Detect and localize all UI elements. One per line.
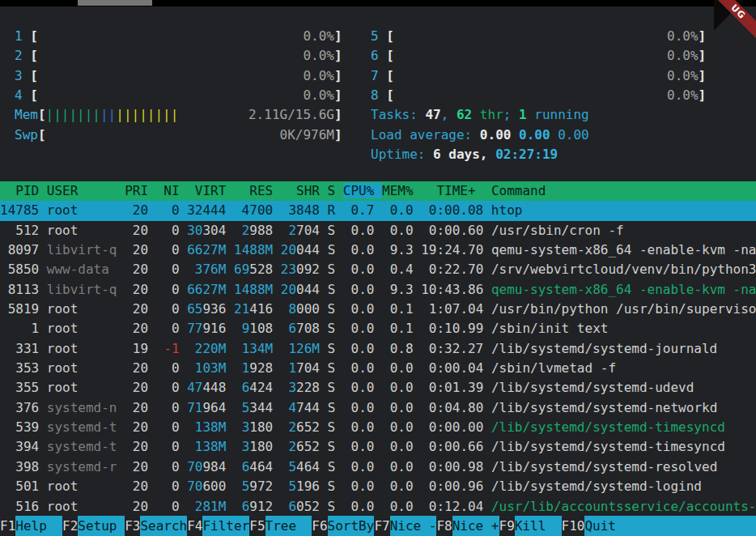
fkey-f2-setup[interactable]: F2Setup <box>62 516 125 536</box>
fkey-f9-kill[interactable]: F9Kill <box>499 516 562 536</box>
text-segment: 516 root 20 0 <box>0 499 195 514</box>
text-segment: /lib/systemd/systemd-timesyncd <box>491 419 725 435</box>
text-segment: 600 <box>202 479 226 494</box>
text-segment: 134M <box>242 341 274 356</box>
fkey-f4-filter[interactable]: F4Filter <box>187 516 249 536</box>
meter-bracket-open: [ <box>38 107 46 122</box>
process-row[interactable]: 376 systemd-n 20 0 71964 5344 4744 S 0.0… <box>0 398 756 418</box>
window-tab-indicator[interactable] <box>78 0 152 6</box>
text-segment: 21 <box>234 301 249 317</box>
fkey-f10-quit[interactable]: F10Quit <box>562 516 756 536</box>
process-row-selected[interactable]: 14785 root 20 0 32444 4700 3848 R 0.7 0.… <box>0 201 756 220</box>
text-segment: 448 <box>202 380 226 395</box>
text-segment: 30 <box>187 223 202 238</box>
fkey-key-label: F7 <box>374 516 389 536</box>
process-row[interactable]: 5850 www-data 20 0 376M 69528 23092 S 0.… <box>0 260 756 279</box>
text-segment: 0.00 <box>480 127 512 143</box>
text-segment: 70 <box>187 459 202 474</box>
text-segment: 2 <box>288 439 296 454</box>
text-segment: 20 0 <box>117 459 188 474</box>
process-row[interactable]: 394 systemd-t 20 0 138M 3180 2652 S 0.0 … <box>0 437 756 457</box>
fkey-f1-help[interactable]: F1Help <box>0 516 62 536</box>
text-segment: qemu-system-x86_64 -enable-kvm -na <box>491 282 756 297</box>
text-segment: 044 <box>296 282 320 297</box>
process-row[interactable]: 512 root 20 0 30304 2988 2704 S 0.0 0.0 … <box>0 221 756 240</box>
text-segment: 539 <box>0 419 47 435</box>
process-row[interactable]: 8097 libvirt-q 20 0 6627M 1488M 20044 S … <box>0 240 756 260</box>
text-segment: 62 <box>457 107 472 122</box>
meter-bracket-close: ] <box>334 127 342 143</box>
text-segment: 1 root 20 0 <box>0 321 187 336</box>
text-segment <box>273 242 281 257</box>
fkey-f5-tree[interactable]: F5Tree <box>249 516 312 536</box>
text-segment: 398 <box>0 459 47 474</box>
text-segment <box>226 321 241 336</box>
fkey-action-label: Filter <box>202 516 249 536</box>
fkey-action-label: SortBy <box>328 516 375 536</box>
text-segment <box>226 380 241 395</box>
text-segment: 20 0 <box>117 439 195 454</box>
text-segment <box>273 282 281 297</box>
meter-label: 4 <box>15 87 30 103</box>
text-segment <box>273 439 288 454</box>
text-segment: 196 <box>296 479 320 494</box>
text-segment: 138M <box>195 439 227 454</box>
text-segment <box>273 301 288 317</box>
process-row[interactable]: 355 root 20 0 47448 6424 3228 S 0.0 0.0 … <box>0 378 756 398</box>
fkey-key-label: F3 <box>125 516 140 536</box>
text-segment: 65 <box>187 301 202 317</box>
text-segment: 353 root 20 0 <box>0 360 195 376</box>
cpu-meter-5: 5 [0.0%] <box>371 27 706 46</box>
text-segment <box>273 459 288 474</box>
meter-bracket-open: [ <box>30 28 38 44</box>
text-segment: 180 <box>249 419 273 435</box>
text-segment: 6 <box>288 321 296 336</box>
process-row[interactable]: 353 root 20 0 103M 1928 1704 S 0.0 0.0 0… <box>0 359 756 378</box>
text-segment: 5 <box>288 459 296 474</box>
meter-bracket-close: ] <box>699 68 707 83</box>
text-segment: 044 <box>296 242 320 257</box>
process-row[interactable]: 1 root 20 0 77916 9108 6708 S 0.0 0.1 0:… <box>0 319 756 338</box>
text-segment: 000 <box>296 301 320 317</box>
meter-bars: ||||||||||||||||| <box>46 105 179 125</box>
meter-label: 7 <box>371 68 386 83</box>
text-segment: 5 <box>242 479 250 494</box>
text-segment: 20 0 <box>117 400 188 415</box>
fkey-f8-nice-[interactable]: F8Nice + <box>436 516 499 536</box>
process-row[interactable]: 501 root 20 0 70600 5972 5196 S 0.0 0.0 … <box>0 477 756 496</box>
fkey-action-label: Kill <box>515 516 562 536</box>
summary-tasks: Tasks: 47, 62 thr; 1 running <box>371 105 706 125</box>
fkey-f6-sortby[interactable]: F6SortBy <box>312 516 374 536</box>
meter-bracket-open: [ <box>30 87 38 103</box>
meters-right-column: 5 [0.0%]6 [0.0%]7 [0.0%]8 [0.0%]Tasks: 4… <box>371 27 706 164</box>
meter-bracket-close: ] <box>334 68 342 83</box>
htop-terminal-screen: UG 1 [0.0%]2 [0.0%]3 [0.0%]4 [0.0%]Mem[|… <box>0 0 756 536</box>
fkey-key-label: F10 <box>562 516 585 536</box>
process-row[interactable]: 5819 root 20 0 65936 21416 8000 S 0.0 0.… <box>0 300 756 319</box>
process-row[interactable]: 516 root 20 0 281M 6912 6052 S 0.0 0.0 0… <box>0 497 756 517</box>
process-row[interactable]: 8113 libvirt-q 20 0 6627M 1488M 20044 S … <box>0 280 756 300</box>
meter-value: 0.0% <box>667 66 699 86</box>
text-segment: 416 <box>249 301 273 317</box>
text-segment: S 0.0 0.1 1:07.04 /usr/bin/python /usr/b… <box>320 301 756 317</box>
process-row[interactable]: 331 root 19 -1 220M 134M 126M S 0.0 0.8 … <box>0 339 756 359</box>
text-segment: libvirt-q <box>47 242 117 257</box>
text-segment: 0.00 <box>558 127 589 143</box>
text-segment: PID USER PRI NI VIRT RES SHR S <box>0 183 343 198</box>
fkey-action-label: Search <box>140 516 187 536</box>
process-table-header[interactable]: PID USER PRI NI VIRT RES SHR S CPU% MEM%… <box>0 181 756 201</box>
text-segment: /usr/lib/accountsservice/accounts- <box>491 499 756 514</box>
text-segment: S 0.0 0.0 0:00.96 /lib/systemd/systemd-l… <box>320 479 702 494</box>
text-segment: 1 <box>242 360 250 376</box>
process-row[interactable]: 398 systemd-r 20 0 70984 6464 5464 S 0.0… <box>0 457 756 477</box>
fkey-f3-search[interactable]: F3Search <box>125 516 187 536</box>
text-segment: 092 <box>296 262 320 277</box>
meter-bar-segment-blue: || <box>100 107 116 122</box>
meter-label: 6 <box>371 48 386 63</box>
fkey-key-label: F2 <box>62 516 78 536</box>
meter-bar-segment-green: ||||||| <box>46 107 100 122</box>
text-segment: 1 <box>519 107 527 122</box>
fkey-f7-nice-[interactable]: F7Nice - <box>374 516 436 536</box>
sort-column-header-cpu[interactable]: CPU% <box>343 183 382 198</box>
process-row[interactable]: 539 systemd-t 20 0 138M 3180 2652 S 0.0 … <box>0 418 756 437</box>
